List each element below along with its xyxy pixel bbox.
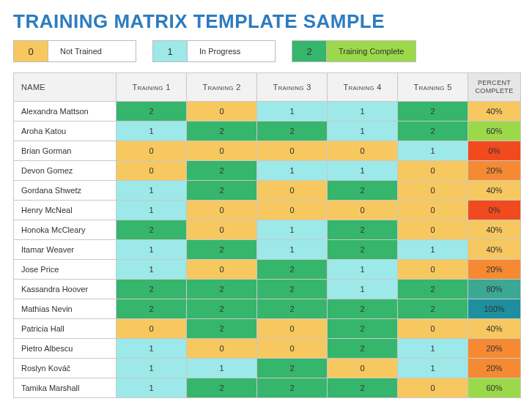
table-row: Henry McNeal100000%: [14, 200, 521, 220]
cell-name: Mathias Nevin: [14, 299, 117, 318]
cell-training: 0: [328, 200, 398, 220]
table-row: Jose Price1021020%: [14, 259, 521, 279]
table-row: Devon Gomez0211020%: [14, 160, 521, 180]
cell-training: 1: [257, 220, 328, 239]
cell-training: 2: [328, 338, 398, 358]
col-name: NAME: [14, 73, 117, 102]
table-header-row: NAME Training 1 Training 2 Training 3 Tr…: [14, 73, 521, 102]
cell-training: 2: [328, 378, 398, 397]
cell-training: 1: [117, 338, 187, 358]
legend-code: 1: [153, 41, 187, 61]
cell-percent-complete: 0%: [468, 200, 521, 220]
cell-training: 0: [398, 259, 468, 279]
cell-training: 2: [187, 318, 257, 338]
legend-item-training-complete: 2 Training Complete: [292, 40, 416, 62]
cell-training: 1: [117, 200, 187, 220]
cell-training: 2: [257, 299, 328, 318]
cell-training: 2: [398, 279, 468, 299]
cell-name: Gordana Shwetz: [14, 180, 117, 200]
cell-training: 2: [398, 101, 468, 121]
cell-name: Patricia Hall: [14, 318, 117, 338]
cell-name: Itamar Weaver: [14, 239, 117, 259]
cell-percent-complete: 20%: [468, 338, 521, 358]
cell-training: 1: [117, 239, 187, 259]
cell-training: 0: [398, 220, 468, 239]
table-row: Pietro Albescu1002120%: [14, 338, 521, 358]
table-row: Alexandra Mattson2011240%: [14, 101, 521, 121]
cell-percent-complete: 40%: [468, 239, 521, 259]
cell-name: Tamika Marshall: [14, 378, 117, 397]
cell-training: 2: [117, 101, 187, 121]
cell-training: 2: [117, 220, 187, 239]
cell-training: 2: [328, 239, 398, 259]
cell-training: 1: [328, 121, 398, 141]
cell-training: 0: [328, 141, 398, 160]
cell-training: 1: [257, 101, 328, 121]
cell-training: 1: [398, 338, 468, 358]
legend-label: Not Trained: [48, 41, 136, 61]
cell-percent-complete: 40%: [468, 180, 521, 200]
cell-percent-complete: 100%: [468, 299, 521, 318]
legend-label: Training Complete: [326, 41, 415, 61]
cell-name: Devon Gomez: [14, 160, 117, 180]
cell-training: 0: [398, 378, 468, 397]
table-row: Brian Gorman000010%: [14, 141, 521, 160]
cell-training: 1: [117, 358, 187, 378]
cell-training: 1: [328, 160, 398, 180]
cell-training: 0: [187, 220, 257, 239]
cell-training: 0: [187, 101, 257, 121]
cell-training: 1: [257, 239, 328, 259]
cell-training: 0: [398, 318, 468, 338]
cell-training: 2: [398, 121, 468, 141]
cell-training: 2: [328, 180, 398, 200]
cell-percent-complete: 40%: [468, 318, 521, 338]
cell-name: Honoka McCleary: [14, 220, 117, 239]
cell-training: 1: [257, 160, 328, 180]
cell-training: 1: [398, 358, 468, 378]
cell-percent-complete: 20%: [468, 358, 521, 378]
cell-training: 2: [257, 121, 328, 141]
cell-training: 0: [257, 180, 328, 200]
cell-training: 1: [328, 101, 398, 121]
cell-training: 2: [257, 259, 328, 279]
cell-training: 0: [117, 141, 187, 160]
cell-training: 2: [187, 180, 257, 200]
cell-percent-complete: 40%: [468, 101, 521, 121]
legend: 0 Not Trained 1 In Progress 2 Training C…: [13, 40, 519, 62]
cell-training: 1: [187, 358, 257, 378]
cell-training: 2: [187, 160, 257, 180]
cell-name: Roslyn Kováč: [14, 358, 117, 378]
cell-training: 2: [398, 299, 468, 318]
table-row: Mathias Nevin22222100%: [14, 299, 521, 318]
cell-training: 0: [257, 318, 328, 338]
cell-training: 1: [117, 259, 187, 279]
cell-training: 2: [257, 358, 328, 378]
cell-percent-complete: 40%: [468, 220, 521, 239]
cell-training: 0: [398, 160, 468, 180]
cell-training: 0: [257, 141, 328, 160]
cell-percent-complete: 80%: [468, 279, 521, 299]
cell-training: 2: [257, 279, 328, 299]
cell-percent-complete: 20%: [468, 160, 521, 180]
cell-name: Jose Price: [14, 259, 117, 279]
cell-training: 1: [328, 279, 398, 299]
col-training-1: Training 1: [117, 73, 187, 102]
cell-training: 0: [187, 338, 257, 358]
cell-training: 2: [187, 121, 257, 141]
cell-training: 0: [187, 200, 257, 220]
cell-name: Henry McNeal: [14, 200, 117, 220]
legend-code: 0: [14, 41, 48, 61]
cell-training: 1: [117, 180, 187, 200]
col-training-3: Training 3: [257, 73, 328, 102]
cell-training: 2: [187, 378, 257, 397]
table-row: Tamika Marshall1222060%: [14, 378, 521, 397]
cell-training: 2: [187, 239, 257, 259]
col-training-5: Training 5: [398, 73, 468, 102]
cell-training: 0: [257, 338, 328, 358]
cell-training: 2: [187, 299, 257, 318]
cell-training: 2: [117, 279, 187, 299]
cell-percent-complete: 60%: [468, 121, 521, 141]
cell-training: 0: [257, 200, 328, 220]
cell-name: Brian Gorman: [14, 141, 117, 160]
cell-training: 0: [187, 141, 257, 160]
